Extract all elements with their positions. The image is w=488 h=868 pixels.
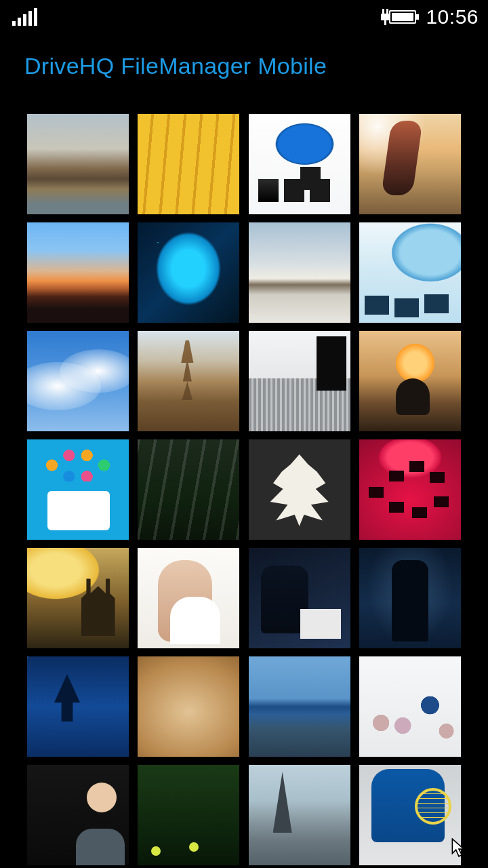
photo-thumb[interactable] (249, 222, 350, 323)
photo-thumb[interactable] (249, 656, 350, 757)
photo-thumb[interactable] (359, 765, 461, 865)
photo-thumb[interactable] (249, 548, 350, 648)
photo-thumb[interactable] (138, 548, 239, 648)
photo-thumb[interactable] (138, 439, 239, 540)
photo-thumb[interactable] (249, 114, 350, 214)
signal-icon (12, 8, 37, 26)
app-title: DriveHQ FileManager Mobile (0, 34, 488, 79)
photo-thumb[interactable] (359, 548, 461, 648)
photo-thumb[interactable] (27, 114, 129, 214)
battery-charging-icon (381, 9, 416, 24)
photo-thumb[interactable] (27, 548, 129, 648)
photo-thumb[interactable] (27, 331, 129, 431)
photo-thumb[interactable] (359, 222, 461, 323)
photo-thumb[interactable] (138, 114, 239, 214)
photo-thumb[interactable] (249, 439, 350, 540)
photo-thumb[interactable] (27, 656, 129, 757)
clock: 10:56 (426, 5, 479, 28)
photo-thumb[interactable] (138, 222, 239, 323)
status-bar: 10:56 (0, 0, 488, 34)
status-left (12, 8, 37, 26)
status-right: 10:56 (381, 5, 479, 28)
photo-thumb[interactable] (359, 331, 461, 431)
photo-thumb[interactable] (27, 765, 129, 865)
photo-thumb[interactable] (249, 331, 350, 431)
photo-thumb[interactable] (359, 439, 461, 540)
photo-thumb[interactable] (249, 765, 350, 865)
photo-thumb[interactable] (138, 656, 239, 757)
photo-grid[interactable] (27, 114, 461, 868)
photo-thumb[interactable] (138, 331, 239, 431)
photo-thumb[interactable] (359, 656, 461, 757)
photo-thumb[interactable] (138, 765, 239, 865)
photo-thumb[interactable] (359, 114, 461, 214)
photo-thumb[interactable] (27, 439, 129, 540)
photo-thumb[interactable] (27, 222, 129, 323)
